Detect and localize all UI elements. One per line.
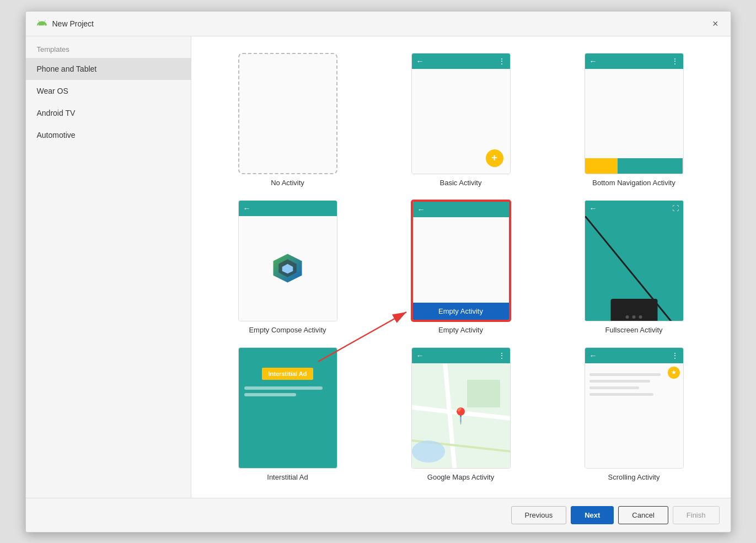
bottom-nav-preview: ← ⋮ bbox=[585, 53, 684, 174]
back-arrow-icon6: ← bbox=[416, 351, 424, 360]
interstitial-preview: Interstitial Ad bbox=[238, 347, 337, 469]
menu-icon4: ⋮ bbox=[671, 351, 679, 360]
cancel-button[interactable]: Cancel bbox=[618, 506, 668, 524]
footer: Previous Next Cancel Finish bbox=[26, 498, 731, 532]
interstitial-label: Interstitial Ad bbox=[267, 473, 308, 481]
notifications-preview: ← ⋮ ★ bbox=[585, 347, 684, 469]
notifications-header: ← ⋮ bbox=[585, 348, 683, 363]
content-area: Templates Phone and Tablet Wear OS Andro… bbox=[26, 36, 731, 498]
ad-line2 bbox=[244, 393, 297, 396]
template-card-notifications[interactable]: ← ⋮ ★ bbox=[554, 347, 714, 481]
empty-body bbox=[413, 217, 509, 303]
no-activity-preview bbox=[238, 53, 337, 174]
sidebar-item-wear-os[interactable]: Wear OS bbox=[26, 80, 191, 102]
menu-icon: ⋮ bbox=[498, 57, 506, 66]
notifications-body: ★ bbox=[585, 363, 683, 468]
title-bar: New Project × bbox=[26, 12, 731, 36]
back-arrow-icon5: ← bbox=[589, 204, 597, 213]
compose-label: Empty Compose Activity bbox=[249, 326, 326, 334]
dialog-title: New Project bbox=[52, 19, 94, 28]
compose-logo-icon bbox=[270, 250, 305, 286]
compose-body bbox=[239, 216, 337, 321]
template-card-basic-activity[interactable]: ← ⋮ + Basic Activity bbox=[381, 53, 541, 187]
nav-section-teal1 bbox=[618, 158, 650, 174]
templates-grid: No Activity ← ⋮ + Ba bbox=[202, 47, 720, 487]
back-arrow-icon7: ← bbox=[589, 351, 597, 360]
fullscreen-header: ← ⛶ bbox=[585, 201, 683, 216]
template-card-no-activity[interactable]: No Activity bbox=[208, 53, 368, 187]
template-card-empty-activity[interactable]: ← Empty Activity Empty Activity bbox=[381, 200, 541, 334]
menu-icon2: ⋮ bbox=[671, 57, 679, 66]
empty-activity-label: Empty Activity bbox=[438, 326, 483, 334]
new-project-dialog: New Project × Templates Phone and Tablet… bbox=[25, 11, 731, 533]
device-dot1 bbox=[626, 315, 629, 319]
empty-header: ← bbox=[413, 202, 509, 217]
maps-body: 📍 bbox=[412, 363, 510, 468]
interstitial-ad-badge: Interstitial Ad bbox=[262, 368, 314, 380]
back-arrow-icon3: ← bbox=[243, 204, 251, 213]
main-content: No Activity ← ⋮ + Ba bbox=[191, 36, 731, 498]
notif-line4 bbox=[589, 393, 654, 396]
device-dot2 bbox=[632, 315, 636, 319]
notification-text-lines bbox=[589, 373, 661, 396]
star-icon: ★ bbox=[671, 369, 677, 376]
template-card-maps[interactable]: ← ⋮ bbox=[381, 347, 541, 481]
back-arrow-icon2: ← bbox=[589, 57, 597, 66]
notif-line3 bbox=[589, 386, 640, 389]
maps-label: Google Maps Activity bbox=[427, 473, 494, 481]
basic-activity-label: Basic Activity bbox=[440, 179, 482, 187]
notifications-label: Scrolling Activity bbox=[608, 473, 660, 481]
device-buttons bbox=[626, 315, 642, 319]
maps-preview: ← ⋮ bbox=[411, 347, 511, 469]
nav-section-teal2 bbox=[650, 158, 683, 174]
phone-device-mockup bbox=[610, 299, 657, 321]
next-button[interactable]: Next bbox=[571, 506, 614, 524]
fab-icon: + bbox=[486, 149, 503, 167]
previous-button[interactable]: Previous bbox=[511, 506, 567, 524]
notif-line2 bbox=[589, 380, 650, 383]
notification-fab-icon: ★ bbox=[668, 367, 680, 379]
ad-line1 bbox=[244, 386, 323, 390]
close-button[interactable]: × bbox=[709, 18, 722, 30]
fullscreen-label: Fullscreen Activity bbox=[605, 326, 662, 334]
interstitial-body: Interstitial Ad bbox=[239, 348, 337, 468]
device-dot3 bbox=[639, 315, 642, 319]
main-wrapper: No Activity ← ⋮ + Ba bbox=[191, 36, 731, 498]
nav-section-yellow bbox=[585, 158, 618, 174]
bottom-nav-bar bbox=[585, 158, 683, 174]
bottom-nav-label: Bottom Navigation Activity bbox=[592, 179, 675, 187]
compose-header: ← bbox=[239, 201, 337, 216]
sidebar-item-phone-tablet[interactable]: Phone and Tablet bbox=[26, 58, 191, 80]
title-bar-left: New Project bbox=[35, 17, 94, 30]
menu-icon3: ⋮ bbox=[498, 351, 506, 360]
map-pin-icon: 📍 bbox=[451, 406, 470, 424]
notif-line1 bbox=[589, 373, 661, 376]
no-activity-label: No Activity bbox=[271, 179, 304, 187]
sidebar-item-android-tv[interactable]: Android TV bbox=[26, 102, 191, 124]
sidebar-item-automotive[interactable]: Automotive bbox=[26, 124, 191, 146]
basic-activity-preview: ← ⋮ + bbox=[411, 53, 511, 174]
bottom-nav-body bbox=[585, 69, 683, 158]
template-card-compose[interactable]: ← bbox=[208, 200, 368, 334]
sidebar-header: Templates bbox=[26, 36, 191, 58]
android-logo-icon bbox=[35, 17, 48, 30]
expand-icon: ⛶ bbox=[672, 205, 679, 212]
empty-activity-preview: ← Empty Activity bbox=[411, 200, 511, 321]
svg-rect-9 bbox=[467, 380, 500, 407]
basic-header: ← ⋮ bbox=[412, 53, 510, 69]
svg-point-8 bbox=[412, 440, 445, 463]
compose-preview: ← bbox=[238, 200, 337, 321]
template-card-bottom-nav[interactable]: ← ⋮ Bottom Navigation Activity bbox=[554, 53, 714, 187]
interstitial-lines bbox=[244, 386, 331, 396]
template-card-fullscreen[interactable]: ← ⛶ bbox=[554, 200, 714, 334]
empty-selected-label: Empty Activity bbox=[413, 303, 509, 320]
back-arrow-icon4: ← bbox=[417, 205, 425, 214]
back-arrow-icon: ← bbox=[416, 57, 424, 66]
template-card-interstitial[interactable]: Interstitial Ad Interstitial Ad bbox=[208, 347, 368, 481]
maps-header: ← ⋮ bbox=[412, 348, 510, 363]
bottom-nav-header: ← ⋮ bbox=[585, 53, 683, 69]
sidebar: Templates Phone and Tablet Wear OS Andro… bbox=[26, 36, 191, 498]
basic-body: + bbox=[412, 69, 510, 174]
finish-button[interactable]: Finish bbox=[673, 506, 720, 524]
fullscreen-preview: ← ⛶ bbox=[585, 200, 684, 321]
